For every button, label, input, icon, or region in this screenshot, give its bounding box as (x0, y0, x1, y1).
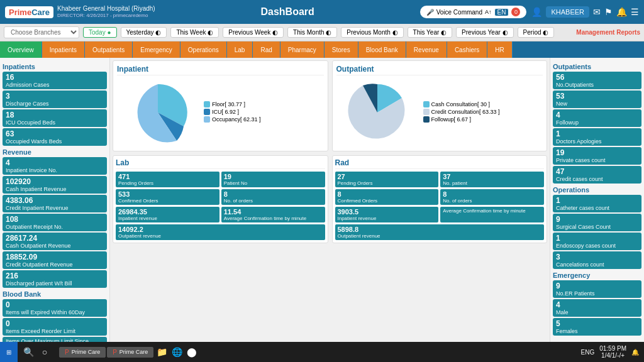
male-item[interactable]: 4 Male (553, 299, 641, 317)
cancelations-item[interactable]: 3 Cancelations count (553, 251, 641, 269)
menu-icon[interactable]: ☰ (631, 7, 639, 17)
doctors-apologies-item[interactable]: 1 Doctors Apologies (553, 128, 641, 146)
tab-operations[interactable]: Operations (180, 41, 227, 58)
new-item[interactable]: 53 New (553, 90, 641, 108)
user-button[interactable]: KHABEER (546, 6, 589, 18)
lab-pending-orders[interactable]: 471 Pending Orders (116, 172, 219, 187)
rad-inpatient-revenue[interactable]: 3903.5 Inpatient revenue (335, 207, 439, 222)
surgical-cases-item[interactable]: 9 Surgical Cases Count (553, 214, 641, 231)
previous-month-button[interactable]: Previous Month ◐ (341, 27, 403, 38)
tab-inpatients[interactable]: Inpatients (42, 41, 85, 58)
mail-icon[interactable]: ✉ (593, 7, 601, 17)
lab-outpatient-revenue[interactable]: 14092.2 Outpatient revenue (116, 224, 325, 240)
inpatients-section-title: Inpatients (3, 63, 107, 70)
reorder-items-item[interactable]: 0 Items Exceed Reorder Limit (3, 318, 107, 336)
inpatient-invoice-label: Inpatient Invoice No. (6, 167, 104, 173)
tab-lab[interactable]: Lab (227, 41, 253, 58)
discharged-patient-item[interactable]: 216 Discharged patient W/t Bill (3, 270, 107, 288)
cortana-taskbar-icon[interactable]: ○ (38, 345, 52, 359)
credit-inpatient-revenue-label: Credit Inpatient Revenue (6, 205, 104, 211)
tab-hr[interactable]: HR (487, 41, 512, 58)
tab-overview[interactable]: Overview (0, 41, 42, 58)
admission-cases-item[interactable]: 16 Admission Cases (3, 72, 107, 89)
lab-no-orders[interactable]: 8 No. of orders (221, 189, 325, 205)
no-outpatients-item[interactable]: 56 No.Outpatients (553, 72, 641, 89)
females-item[interactable]: 5 Females (553, 318, 641, 336)
start-button[interactable]: ⊞ (0, 342, 18, 362)
catheter-cases-item[interactable]: 1 Catheter cases count (553, 195, 641, 212)
rad-no-patient-val: 37 (443, 173, 541, 180)
credit-cases-item[interactable]: 47 Credit cases count (553, 166, 641, 184)
management-reports-link[interactable]: Management Reports (576, 29, 640, 36)
followup-dot (423, 116, 430, 123)
tab-cashiers[interactable]: Cashiers (447, 41, 487, 58)
rad-avg-confirm-time[interactable]: Average Confirmation time by minute (440, 207, 544, 222)
this-year-button[interactable]: This Year ◐ (408, 27, 452, 38)
tab-pharmacy[interactable]: Pharmacy (280, 41, 325, 58)
lab-confirmed-orders[interactable]: 533 Confirmed Orders (116, 189, 219, 205)
tab-revenue[interactable]: Revenue (406, 41, 447, 58)
outpatient-receipt-item[interactable]: 108 Outpatient Receipt No. (3, 214, 107, 231)
previous-week-button[interactable]: Previous Week ◐ (223, 27, 284, 38)
tab-stores[interactable]: Stores (325, 41, 358, 58)
notification-icon[interactable]: 🔔 (631, 349, 639, 356)
rad-outpatient-revenue[interactable]: 5898.8 Outpatient revenue (335, 224, 545, 240)
file-explorer-icon[interactable]: 📁 (155, 345, 169, 359)
chrome-icon[interactable]: ⬤ (185, 345, 199, 359)
cash-inpatient-revenue-item[interactable]: 102920 Cash Inpatient Revenue (3, 176, 107, 194)
lab-patient-no[interactable]: 19 Patient No (221, 172, 325, 187)
tab-outpatients[interactable]: Outpatients (85, 41, 133, 58)
sidebar-left: Inpatients 16 Admission Cases 3 Discharg… (0, 58, 110, 362)
followup-item[interactable]: 4 Followup (553, 109, 641, 127)
lab-avg-confirm-time-lbl: Average Confirmation time by minute (224, 216, 323, 221)
occupied-wards-item[interactable]: 63 Occupied Wards Beds (3, 128, 107, 146)
lab-avg-confirm-time[interactable]: 11.54 Average Confirmation time by minut… (221, 207, 325, 222)
lab-outpatient-revenue-val: 14092.2 (118, 226, 323, 233)
revenue-section-title: Revenue (3, 148, 107, 156)
this-week-button[interactable]: This Week ◐ (170, 27, 219, 38)
today-button[interactable]: Today ● (83, 27, 117, 38)
taskbar-app-primecare-2[interactable]: P Prime Care (107, 347, 153, 358)
cash-outpatient-revenue-item[interactable]: 28617.24 Cash Outpatient Revenue (3, 233, 107, 250)
sidebar-right: Outpatients 56 No.Outpatients 53 New 4 F… (550, 58, 644, 362)
bell-icon[interactable]: 🔔 (616, 7, 627, 17)
taskbar-app-primecare-1[interactable]: P Prime Care (59, 347, 106, 358)
edge-icon[interactable]: 🌐 (170, 345, 184, 359)
tab-emergency[interactable]: Emergency (133, 41, 180, 58)
rad-no-patient[interactable]: 37 No. patient (440, 172, 544, 187)
branch-select[interactable]: Choose Branches (4, 26, 79, 38)
credit-inpatient-revenue-item[interactable]: 4383.06 Credit Inpatient Revenue (3, 195, 107, 212)
yesterday-button[interactable]: Yesterday ◐ (121, 27, 167, 38)
rad-no-orders[interactable]: 8 No. of orders (440, 189, 544, 205)
flag-icon[interactable]: ⚑ (604, 7, 613, 17)
rad-pending-orders[interactable]: 27 Pending Orders (335, 172, 439, 187)
endoscopy-cases-label: Endoscopy cases count (556, 243, 638, 249)
icu-beds-item[interactable]: 18 ICU Occupied Beds (3, 109, 107, 127)
previous-year-button[interactable]: Previous Year ◐ (456, 27, 514, 38)
outpatient-pie-container: Cash Consultation[ 30 ] Credit Consultat… (336, 78, 543, 147)
er-patients-item[interactable]: 9 No.ER Patients (553, 280, 641, 298)
females-label: Females (556, 328, 638, 334)
reorder-items-num: 0 (6, 319, 104, 328)
inpatient-invoice-item[interactable]: 4 Inpatient Invoice No. (3, 157, 107, 175)
data-panels-row: Lab 471 Pending Orders 19 Patient No 533… (113, 155, 547, 243)
rad-confirmed-orders[interactable]: 8 Confirmed Orders (335, 189, 439, 205)
expired-items-item[interactable]: 0 Items will Expired Within 60Day (3, 299, 107, 317)
credit-outpatient-revenue-item[interactable]: 18852.09 Credit Outpatient Revenue (3, 251, 107, 269)
credit-cases-num: 47 (556, 167, 638, 176)
icu-dot (204, 109, 210, 115)
search-taskbar-icon[interactable]: 🔍 (21, 345, 35, 359)
tab-rad[interactable]: Rad (253, 41, 280, 58)
lang-badge: EN (494, 8, 509, 16)
tab-blood-bank[interactable]: Blood Bank (358, 41, 406, 58)
period-button[interactable]: Period ◐ (518, 27, 555, 38)
cancelations-label: Cancelations count (556, 261, 638, 268)
endoscopy-cases-item[interactable]: 1 Endoscopy cases count (553, 233, 641, 250)
this-month-button[interactable]: This Month ◐ (287, 27, 337, 38)
lab-inpatient-revenue[interactable]: 26984.35 Inpatient revenue (116, 207, 219, 222)
private-cases-item[interactable]: 19 Private cases count (553, 147, 641, 165)
rad-outpatient-revenue-val: 5898.8 (338, 226, 542, 233)
doctors-apologies-num: 1 (556, 129, 638, 138)
voice-command-button[interactable]: 🎤 Voice Command A↑ EN 0 (420, 6, 527, 18)
discharge-cases-item[interactable]: 3 Discharge Cases (3, 90, 107, 108)
